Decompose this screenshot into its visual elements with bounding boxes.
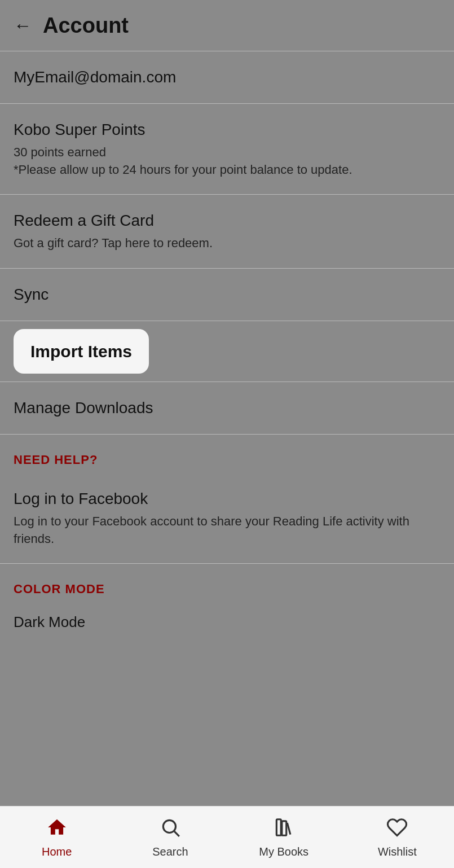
import-items-label: Import Items	[30, 340, 132, 362]
svg-point-0	[163, 820, 175, 832]
back-button[interactable]: ←	[14, 15, 32, 36]
color-mode-label: COLOR MODE	[14, 582, 440, 597]
svg-rect-2	[276, 819, 281, 835]
home-icon	[46, 817, 68, 843]
svg-rect-3	[282, 821, 286, 835]
nav-search-label: Search	[152, 845, 188, 858]
import-items-button[interactable]: Import Items	[14, 329, 149, 374]
nav-item-my-books[interactable]: My Books	[227, 817, 341, 858]
search-icon	[160, 817, 181, 843]
sync-title: Sync	[14, 284, 440, 305]
import-items-wrapper: Import Items	[0, 321, 454, 382]
content-area: MyEmail@domain.com Kobo Super Points 30 …	[0, 51, 454, 699]
super-points-title: Kobo Super Points	[14, 120, 440, 140]
header: ← Account	[0, 0, 454, 51]
nav-item-home[interactable]: Home	[0, 817, 113, 858]
facebook-title: Log in to Facebook	[14, 489, 440, 509]
nav-my-books-label: My Books	[259, 845, 308, 858]
gift-card-item[interactable]: Redeem a Gift Card Got a gift card? Tap …	[0, 195, 454, 268]
color-mode-section: COLOR MODE	[0, 564, 454, 602]
super-points-subtitle: 30 points earned *Please allow up to 24 …	[14, 144, 440, 179]
manage-downloads-title: Manage Downloads	[14, 398, 440, 418]
need-help-section: NEED HELP?	[0, 435, 454, 473]
heart-icon	[386, 817, 408, 843]
facebook-item[interactable]: Log in to Facebook Log in to your Facebo…	[0, 473, 454, 563]
bottom-navigation: Home Search My Books Wishlist	[0, 806, 454, 868]
nav-home-label: Home	[42, 845, 72, 858]
nav-item-search[interactable]: Search	[113, 817, 227, 858]
email-text: MyEmail@domain.com	[14, 67, 440, 87]
dark-mode-label: Dark Mode	[14, 613, 440, 631]
nav-item-wishlist[interactable]: Wishlist	[341, 817, 454, 858]
page-title: Account	[43, 14, 129, 38]
need-help-label: NEED HELP?	[14, 453, 440, 467]
gift-card-title: Redeem a Gift Card	[14, 211, 440, 231]
svg-line-1	[174, 831, 179, 836]
super-points-item[interactable]: Kobo Super Points 30 points earned *Plea…	[0, 104, 454, 194]
sync-item[interactable]: Sync	[0, 269, 454, 321]
manage-downloads-item[interactable]: Manage Downloads	[0, 382, 454, 434]
dark-mode-item[interactable]: Dark Mode	[0, 602, 454, 637]
gift-card-subtitle: Got a gift card? Tap here to redeem.	[14, 235, 440, 252]
books-icon	[273, 817, 294, 843]
email-item[interactable]: MyEmail@domain.com	[0, 51, 454, 103]
nav-wishlist-label: Wishlist	[378, 845, 417, 858]
facebook-subtitle: Log in to your Facebook account to share…	[14, 513, 440, 548]
